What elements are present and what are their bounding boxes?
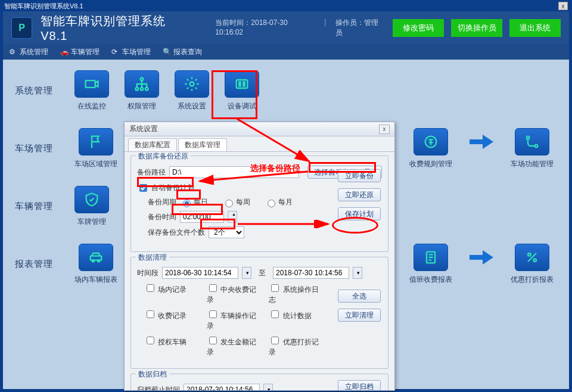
chk-system-op-log[interactable]: 系统操作日志 xyxy=(269,282,323,305)
range-to-input[interactable] xyxy=(273,267,349,279)
section-title-reports: 报表管理 xyxy=(15,259,59,270)
select-all-button[interactable]: 全选 xyxy=(338,290,381,303)
window-close-button[interactable]: x xyxy=(558,2,568,10)
backup-time-label: 备份时间 xyxy=(148,212,176,222)
cycle-month-radio[interactable]: 每月 xyxy=(265,197,293,207)
save-plan-button[interactable]: 保存计划 xyxy=(338,207,381,220)
tile-parking-function-manage[interactable]: 车场功能管理 xyxy=(511,128,554,169)
gear-icon: ⚙ xyxy=(9,48,17,56)
app-logo-icon: P xyxy=(11,17,32,39)
tab-db-config[interactable]: 数据库配置 xyxy=(128,138,177,151)
clean-now-button[interactable]: 立即清理 xyxy=(338,309,381,322)
archive-date-picker-button[interactable]: ▾ xyxy=(263,384,273,390)
route-icon xyxy=(515,128,549,155)
from-date-picker-button[interactable]: ▾ xyxy=(242,267,251,279)
menu-vehicle-manage[interactable]: 🚗车辆管理 xyxy=(60,47,100,57)
app-header: P 智能车牌识别管理系统V8.1 当前时间：2018-07-30 10:16:0… xyxy=(3,11,569,44)
svg-point-13 xyxy=(92,260,95,262)
menu-report-query[interactable]: 🔍报表查询 xyxy=(163,47,202,57)
percent-icon xyxy=(515,244,549,271)
svg-point-16 xyxy=(528,253,531,256)
menu-system-manage[interactable]: ⚙系统管理 xyxy=(9,47,48,57)
archive-deadline-input[interactable] xyxy=(184,384,260,390)
auto-backup-checkbox-input[interactable] xyxy=(139,184,147,192)
to-date-picker-button[interactable]: ▾ xyxy=(353,267,362,279)
time-spinner-up[interactable]: ▲ xyxy=(228,211,237,217)
restore-now-button[interactable]: 立即还原 xyxy=(338,188,381,201)
refresh-icon: ⟳ xyxy=(111,48,120,56)
svg-rect-7 xyxy=(239,82,240,86)
tab-db-manage[interactable]: 数据库管理 xyxy=(178,138,227,151)
flag-icon xyxy=(79,128,113,155)
svg-point-3 xyxy=(141,88,144,91)
chk-vehicle-op-records[interactable]: 车辆操作记录 xyxy=(207,309,261,331)
svg-point-2 xyxy=(136,88,139,91)
section-title-system: 系统管理 xyxy=(15,85,59,97)
chk-fee-records[interactable]: 收费记录 xyxy=(144,309,198,331)
cycle-week-radio[interactable]: 每周 xyxy=(222,197,250,207)
range-to-label: 至 xyxy=(259,268,266,278)
keep-count-select[interactable]: 2个 xyxy=(209,226,244,238)
system-settings-dialog: 系统设置 x 数据库配置 数据库管理 数据库备份还原 备份路径 选择自动备份目录… xyxy=(124,122,395,391)
tile-parking-area-manage[interactable]: 车场区域管理 xyxy=(74,128,117,169)
menubar: ⚙系统管理 🚗车辆管理 ⟳车场管理 🔍报表查询 xyxy=(3,44,569,60)
cycle-day-radio[interactable]: 每日 xyxy=(180,197,208,207)
dialog-title-text: 系统设置 xyxy=(129,124,158,134)
chk-authorized-vehicles[interactable]: 授权车辆 xyxy=(144,335,198,357)
tile-shift-fee-report[interactable]: 值班收费报表 xyxy=(409,244,452,285)
svg-point-11 xyxy=(535,145,538,148)
svg-point-14 xyxy=(98,260,100,262)
chk-discount-records[interactable]: 优惠打折记录 xyxy=(269,335,323,357)
archive-deadline-label: 归档截止时间 xyxy=(137,385,180,391)
auto-backup-checkbox[interactable]: 自动备份计划 xyxy=(137,182,194,194)
coin-icon xyxy=(414,128,448,155)
menu-parking-manage[interactable]: ⟳车场管理 xyxy=(111,47,151,57)
backup-now-button[interactable]: 立即备份 xyxy=(338,169,381,182)
camera-icon xyxy=(74,70,109,98)
group-title-archive: 数据归档 xyxy=(136,369,169,379)
arrow-right-icon xyxy=(468,244,495,271)
shield-icon xyxy=(74,186,109,213)
tile-plate-manage[interactable]: 车牌管理 xyxy=(74,186,109,227)
window-titlebar: 智能车牌识别管理系统V8.1 x xyxy=(1,1,571,11)
chk-central-fee-records[interactable]: 中央收费记录 xyxy=(207,282,261,305)
section-title-parking: 车场管理 xyxy=(15,143,59,154)
chk-in-park-records[interactable]: 场内记录 xyxy=(144,282,198,305)
car-icon: 🚗 xyxy=(60,48,69,56)
switch-operator-button[interactable]: 切换操作员 xyxy=(451,19,502,37)
arrow-right-icon xyxy=(468,128,495,155)
tile-system-settings[interactable]: 系统设置 xyxy=(175,70,209,111)
current-time-label: 当前时间：2018-07-30 10:16:02 xyxy=(215,18,315,38)
change-password-button[interactable]: 修改密码 xyxy=(393,19,444,37)
svg-rect-6 xyxy=(237,80,248,88)
backup-path-input[interactable] xyxy=(169,166,299,178)
archive-now-button[interactable]: 立即归档 xyxy=(338,380,381,390)
svg-rect-0 xyxy=(86,80,95,88)
gear-icon xyxy=(175,70,209,98)
group-title-backup: 数据库备份还原 xyxy=(136,152,191,161)
doc-icon xyxy=(414,244,448,271)
window-title: 智能车牌识别管理系统V8.1 xyxy=(4,1,83,11)
backup-time-input[interactable] xyxy=(180,211,224,223)
svg-point-1 xyxy=(141,78,144,81)
tile-fee-rule-manage[interactable]: 收费规则管理 xyxy=(409,128,452,169)
group-title-cleanup: 数据清理 xyxy=(136,253,169,263)
operator-label: 操作员：管理员 xyxy=(335,18,384,38)
svg-point-5 xyxy=(190,82,194,86)
svg-rect-8 xyxy=(243,82,244,86)
dialog-close-button[interactable]: x xyxy=(379,125,390,134)
backup-cycle-label: 备份周期 xyxy=(148,197,176,207)
exit-system-button[interactable]: 退出系统 xyxy=(509,19,561,37)
chk-amount-records[interactable]: 发生金额记录 xyxy=(207,335,261,357)
tile-online-monitor[interactable]: 在线监控 xyxy=(74,70,109,111)
tile-in-park-vehicle-report[interactable]: 场内车辆报表 xyxy=(74,244,117,285)
tile-permission-manage[interactable]: 权限管理 xyxy=(125,70,159,111)
tile-discount-report[interactable]: 优惠打折报表 xyxy=(511,244,554,285)
group-backup-restore: 数据库备份还原 备份路径 选择自动备份目录.. 自动备份计划 备份周期 每日 每… xyxy=(130,155,388,252)
tile-device-debug[interactable]: 设备调试 xyxy=(225,70,259,111)
chk-stats-data[interactable]: 统计数据 xyxy=(269,309,323,331)
dialog-titlebar[interactable]: 系统设置 x xyxy=(125,122,394,136)
range-from-input[interactable] xyxy=(162,267,238,279)
header-separator: | xyxy=(324,18,326,38)
time-spinner-down[interactable]: ▼ xyxy=(228,217,237,222)
